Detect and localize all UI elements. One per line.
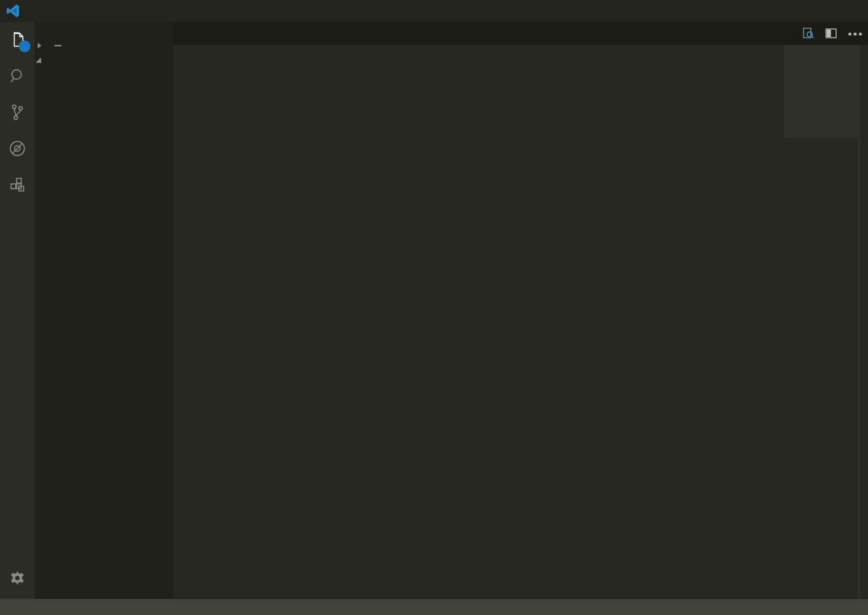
maximize-button[interactable]: [801, 0, 835, 22]
minimap-viewport: [784, 45, 858, 138]
more-actions-icon[interactable]: •••: [848, 28, 864, 40]
unsaved-badge: [54, 45, 62, 46]
close-button[interactable]: [835, 0, 868, 22]
activity-bar: [0, 22, 35, 599]
editor-group: •••: [174, 22, 868, 599]
explorer-title: [35, 22, 174, 38]
status-bar: [0, 599, 868, 615]
debug-icon[interactable]: [0, 130, 35, 167]
tab-bar: [174, 22, 868, 45]
workspace-section[interactable]: [35, 54, 174, 70]
search-icon[interactable]: [0, 58, 35, 94]
vscode-logo-icon: [6, 4, 20, 18]
split-editor-icon[interactable]: [825, 27, 838, 40]
code-editor[interactable]: [174, 45, 868, 599]
extensions-icon[interactable]: [0, 167, 35, 203]
chevron-down-icon: [35, 57, 43, 65]
open-changes-icon[interactable]: [801, 27, 814, 40]
chevron-right-icon: [38, 43, 41, 49]
settings-gear-icon[interactable]: [0, 560, 35, 596]
editor-scrollbar[interactable]: [859, 45, 868, 599]
vscode-window: •••: [0, 0, 868, 615]
explorer-badge: [19, 41, 30, 52]
title-bar: [0, 0, 868, 22]
source-control-icon[interactable]: [0, 94, 35, 130]
editor-actions: •••: [801, 22, 864, 45]
minimize-button[interactable]: [768, 0, 801, 22]
explorer-sidebar: [35, 22, 174, 599]
open-editors-section[interactable]: [35, 38, 174, 54]
explorer-icon[interactable]: [0, 22, 35, 58]
